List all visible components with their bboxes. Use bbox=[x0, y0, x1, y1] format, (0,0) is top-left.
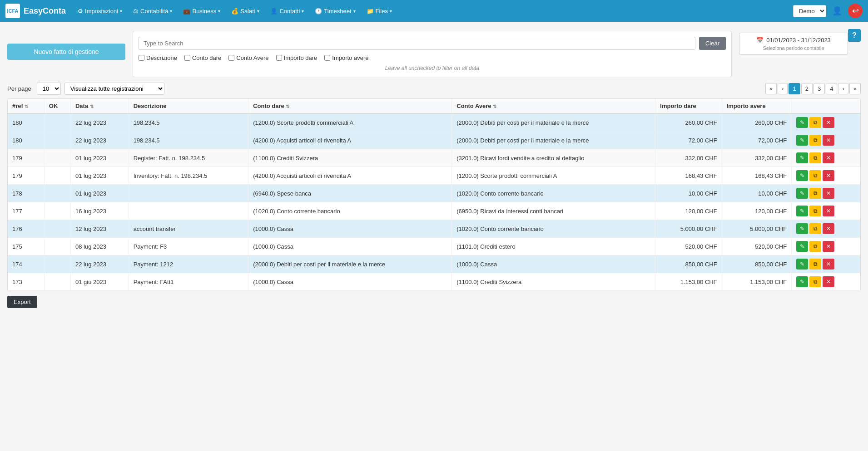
page-btn-p3[interactable]: 3 bbox=[813, 83, 825, 94]
delete-button[interactable]: ✕ bbox=[823, 188, 834, 199]
nav-item-timesheet[interactable]: 🕐Timesheet▾ bbox=[310, 5, 360, 17]
nav-item-impostazioni[interactable]: ⚙Impostazioni▾ bbox=[73, 5, 127, 17]
delete-button[interactable]: ✕ bbox=[823, 223, 834, 234]
filter-checkbox-importo_dare[interactable] bbox=[276, 55, 282, 61]
filter-conto_avere[interactable]: Conto Avere bbox=[228, 54, 268, 61]
cell-actions: ✎ ⧉ ✕ bbox=[792, 149, 860, 167]
user-icon[interactable]: 👤 bbox=[830, 4, 844, 18]
cell-data: 01 giu 2023 bbox=[70, 273, 129, 291]
demo-select[interactable]: Demo bbox=[793, 5, 826, 17]
delete-button[interactable]: ✕ bbox=[823, 135, 834, 146]
nav-item-business[interactable]: 💼Business▾ bbox=[179, 5, 225, 17]
new-fatto-button[interactable]: Nuovo fatto di gestione bbox=[7, 44, 125, 60]
filter-descrizione[interactable]: Descrizione bbox=[139, 54, 177, 61]
filter-importo_dare[interactable]: Importo dare bbox=[276, 54, 317, 61]
page-btn-first[interactable]: « bbox=[765, 83, 777, 94]
copy-button[interactable]: ⧉ bbox=[809, 188, 821, 199]
cell-conto-avere: (2000.0) Debiti per costi per il materia… bbox=[452, 113, 655, 132]
action-buttons: ✎ ⧉ ✕ bbox=[796, 117, 855, 128]
copy-button[interactable]: ⧉ bbox=[809, 206, 821, 216]
cell-ok bbox=[44, 113, 70, 132]
logout-icon[interactable]: ↩ bbox=[848, 4, 863, 18]
page-btn-p4[interactable]: 4 bbox=[826, 83, 837, 94]
filter-checkbox-descrizione[interactable] bbox=[139, 55, 144, 61]
nav-label-contatti: Contatti bbox=[279, 8, 300, 15]
nav-item-salari[interactable]: 💰Salari▾ bbox=[227, 5, 264, 17]
col-header-ref[interactable]: #ref ⇅ bbox=[8, 99, 44, 113]
delete-button[interactable]: ✕ bbox=[823, 206, 834, 216]
date-range-text: 📅 01/01/2023 - 31/12/2023 bbox=[745, 37, 842, 44]
delete-button[interactable]: ✕ bbox=[823, 152, 834, 163]
action-buttons: ✎ ⧉ ✕ bbox=[796, 170, 855, 181]
action-buttons: ✎ ⧉ ✕ bbox=[796, 188, 855, 199]
cell-descrizione bbox=[129, 185, 248, 202]
navbar: ICFA EasyConta ⚙Impostazioni▾⚖Contabilit… bbox=[0, 0, 868, 22]
date-range-box[interactable]: 📅 01/01/2023 - 31/12/2023 Seleziona peri… bbox=[739, 33, 848, 55]
page-btn-last[interactable]: » bbox=[849, 83, 861, 94]
search-area: Nuovo fatto di gestione Clear Descrizion… bbox=[7, 31, 848, 77]
nav-icon-contabilita: ⚖ bbox=[133, 8, 139, 15]
filter-registrazioni-select[interactable]: Visualizza tutte registrazioni bbox=[64, 83, 164, 95]
delete-button[interactable]: ✕ bbox=[823, 276, 834, 287]
search-input[interactable] bbox=[139, 37, 695, 50]
copy-button[interactable]: ⧉ bbox=[809, 170, 821, 181]
col-header-data[interactable]: Data ⇅ bbox=[70, 99, 129, 113]
delete-button[interactable]: ✕ bbox=[823, 259, 834, 270]
filter-importo_avere[interactable]: Importo avere bbox=[324, 54, 368, 61]
edit-button[interactable]: ✎ bbox=[796, 188, 808, 199]
cell-data: 22 lug 2023 bbox=[70, 132, 129, 149]
copy-button[interactable]: ⧉ bbox=[809, 259, 821, 270]
edit-button[interactable]: ✎ bbox=[796, 259, 808, 270]
export-button[interactable]: Export bbox=[7, 296, 37, 308]
col-header-conto_avere[interactable]: Conto Avere ⇅ bbox=[452, 99, 655, 113]
filter-checkbox-conto_dare[interactable] bbox=[184, 55, 190, 61]
edit-button[interactable]: ✎ bbox=[796, 152, 808, 163]
edit-button[interactable]: ✎ bbox=[796, 117, 808, 128]
nav-items: ⚙Impostazioni▾⚖Contabilità▾💼Business▾💰Sa… bbox=[73, 5, 793, 17]
copy-button[interactable]: ⧉ bbox=[809, 241, 821, 252]
copy-button[interactable]: ⧉ bbox=[809, 135, 821, 146]
cell-conto-dare: (4200.0) Acquisti articoli di rivendita … bbox=[248, 132, 452, 149]
nav-item-files[interactable]: 📁Files▾ bbox=[362, 5, 397, 17]
cell-actions: ✎ ⧉ ✕ bbox=[792, 273, 860, 291]
delete-button[interactable]: ✕ bbox=[823, 170, 834, 181]
edit-button[interactable]: ✎ bbox=[796, 206, 808, 216]
delete-button[interactable]: ✕ bbox=[823, 241, 834, 252]
copy-button[interactable]: ⧉ bbox=[809, 223, 821, 234]
cell-importo-avere: 5.000,00 CHF bbox=[722, 220, 792, 238]
edit-button[interactable]: ✎ bbox=[796, 223, 808, 234]
cell-actions: ✎ ⧉ ✕ bbox=[792, 185, 860, 202]
copy-button[interactable]: ⧉ bbox=[809, 117, 821, 128]
nav-icon-business: 💼 bbox=[183, 8, 190, 15]
delete-button[interactable]: ✕ bbox=[823, 117, 834, 128]
copy-button[interactable]: ⧉ bbox=[809, 152, 821, 163]
page-btn-next[interactable]: › bbox=[838, 83, 848, 94]
edit-button[interactable]: ✎ bbox=[796, 170, 808, 181]
edit-button[interactable]: ✎ bbox=[796, 276, 808, 287]
clear-button[interactable]: Clear bbox=[699, 37, 726, 50]
filter-conto_dare[interactable]: Conto dare bbox=[184, 54, 221, 61]
per-page-select[interactable]: 10 bbox=[37, 83, 61, 95]
filter-checkbox-importo_avere[interactable] bbox=[324, 55, 330, 61]
nav-item-contabilita[interactable]: ⚖Contabilità▾ bbox=[129, 5, 177, 17]
copy-button[interactable]: ⧉ bbox=[809, 276, 821, 287]
edit-button[interactable]: ✎ bbox=[796, 135, 808, 146]
filter-checkbox-conto_avere[interactable] bbox=[228, 55, 234, 61]
cell-descrizione: Register: Fatt. n. 198.234.5 bbox=[129, 149, 248, 167]
help-button[interactable]: ? bbox=[848, 29, 861, 42]
cell-descrizione: 198.234.5 bbox=[129, 132, 248, 149]
page-btn-p2[interactable]: 2 bbox=[801, 83, 813, 94]
nav-icon-contatti: 👤 bbox=[270, 8, 278, 15]
nav-label-salari: Salari bbox=[240, 8, 255, 15]
filter-label-conto_dare: Conto dare bbox=[192, 54, 221, 61]
col-header-conto_dare[interactable]: Conto dare ⇅ bbox=[248, 99, 452, 113]
cell-conto-avere: (1101.0) Crediti estero bbox=[452, 238, 655, 255]
cell-data: 16 lug 2023 bbox=[70, 202, 129, 220]
edit-button[interactable]: ✎ bbox=[796, 241, 808, 252]
cell-importo-avere: 120,00 CHF bbox=[722, 202, 792, 220]
nav-item-contatti[interactable]: 👤Contatti▾ bbox=[266, 5, 308, 17]
cell-conto-avere: (3201.0) Ricavi lordi vendite a credito … bbox=[452, 149, 655, 167]
page-btn-p1[interactable]: 1 bbox=[789, 83, 800, 94]
cell-importo-avere: 10,00 CHF bbox=[722, 185, 792, 202]
page-btn-prev[interactable]: ‹ bbox=[778, 83, 788, 94]
